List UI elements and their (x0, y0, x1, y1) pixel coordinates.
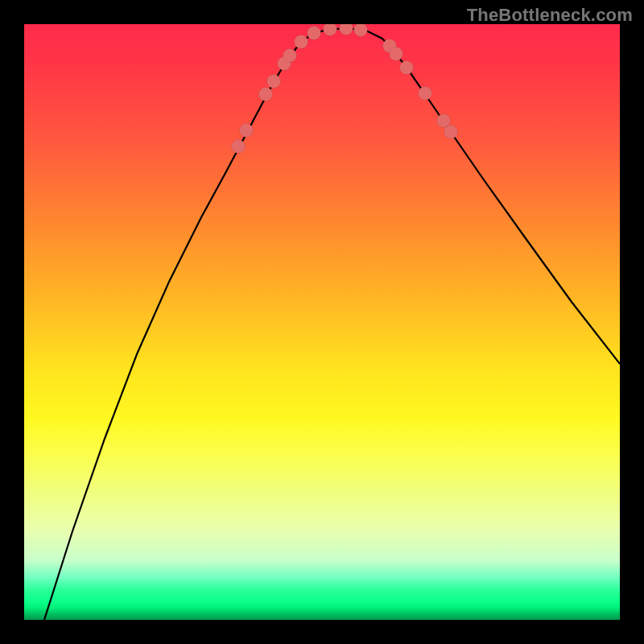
marker-group (232, 24, 458, 154)
chart-overlay (24, 24, 620, 620)
watermark-label: TheBottleneck.com (467, 5, 633, 26)
curve-marker (259, 88, 273, 101)
curve-marker (232, 140, 246, 154)
curve-marker (444, 126, 458, 139)
curve-marker (419, 87, 432, 101)
curve-marker (324, 24, 337, 36)
chart-frame: TheBottleneck.com (0, 0, 644, 644)
curve-marker (400, 61, 414, 75)
curve-marker (295, 35, 308, 49)
curve-marker (390, 47, 403, 61)
plot-area (24, 24, 620, 620)
curve-marker (267, 75, 281, 89)
curve-marker (308, 27, 321, 40)
bottleneck-curve (44, 28, 620, 620)
curve-marker (240, 124, 254, 138)
curve-marker (354, 24, 368, 37)
curve-marker (340, 24, 353, 35)
curve-marker (283, 49, 297, 63)
